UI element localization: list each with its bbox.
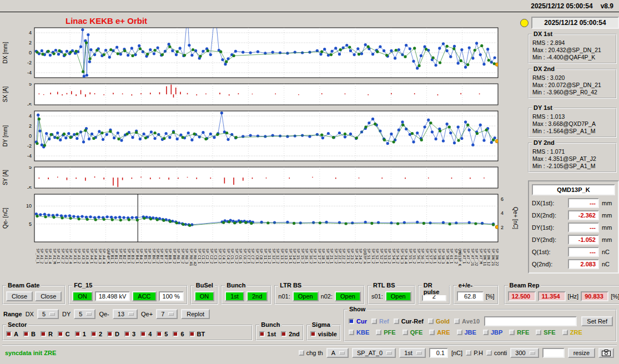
rtl-bs-open-button-1[interactable]: Open (385, 291, 411, 301)
range-qem-dropdown[interactable]: 13 (113, 309, 138, 319)
show-zre-checkbox[interactable]: ZRE (562, 329, 582, 336)
fc15-acc-button[interactable]: ACC (132, 291, 156, 301)
dr-pulse-frame: DR pulse 2 (418, 285, 450, 305)
monitor-label: SP_B5_2 (147, 249, 152, 264)
dropdown-indicator-icon (128, 312, 134, 316)
sector-checkbox-bt[interactable]: BT (189, 331, 205, 337)
ref-entry[interactable] (484, 316, 577, 326)
show-rfe-checkbox[interactable]: RFE (509, 329, 529, 336)
monitor-row-label: Q(1st): (532, 249, 565, 255)
monitor-label: SP_18_2 (325, 249, 330, 264)
bunch-checkbox-2nd[interactable]: 2nd (281, 331, 300, 337)
beam-gate-close-button-1[interactable]: Close (6, 291, 33, 301)
show-jbp-checkbox-label: JBP (491, 329, 502, 336)
sector-checkbox-b[interactable]: B (23, 331, 36, 337)
beam-gate-close-button-2[interactable]: Close (35, 291, 62, 301)
monitor-label: SP_B7_2 (164, 249, 168, 264)
threshold-input[interactable] (429, 348, 448, 358)
show-kbe-checkbox[interactable]: KBE (349, 329, 369, 336)
ltr-bs-open-button-2[interactable]: Open (335, 291, 361, 301)
bunch-legend: Bunch (225, 282, 247, 289)
stat-box-title: DX 2nd (532, 65, 556, 72)
bunch-1st-button[interactable]: 1st (225, 291, 244, 301)
monitor-label: SP_B4_1 (135, 249, 139, 264)
monitor-label: SP_B8_2 (172, 249, 177, 264)
sector-checkbox-c[interactable]: C (58, 331, 70, 337)
monitor-label: QXD7P_A (363, 249, 367, 264)
show-ref-checkbox[interactable]: Ref (371, 318, 389, 325)
show-gold-checkbox[interactable]: Gold (428, 318, 450, 325)
sector-checkbox-1[interactable]: 1 (75, 331, 86, 337)
conti-checkbox[interactable]: conti (486, 350, 507, 356)
range-qep-dropdown[interactable]: 7 (156, 309, 178, 319)
show-ref-checkbox-label: Ref (379, 318, 389, 325)
monitor-row-unit: mm (602, 224, 615, 231)
sector-checkbox-5-indicator (157, 331, 162, 337)
titlebar: 2025/12/12 05:00:54 v8.9 (0, 0, 619, 12)
show-ave10-checkbox[interactable]: Ave10 (454, 318, 480, 325)
sector-checkbox-d[interactable]: D (107, 331, 119, 337)
busel-frame: BuSel ON (190, 285, 219, 305)
monitor-label: SP_C3_1 (213, 249, 218, 264)
epe-frame: e+/e- 62.8 [%] (453, 285, 499, 305)
monitor-label: SP_24_1 (354, 249, 359, 264)
monitor-label: SP_C3_2 (218, 249, 222, 264)
busel-on-button[interactable]: ON (194, 291, 215, 301)
show-jbe-checkbox[interactable]: JBE (457, 329, 476, 336)
sector-checkbox-5[interactable]: 5 (157, 331, 168, 337)
monitor-select-dropdown[interactable]: SP_AT_0 (352, 348, 396, 358)
resize-button[interactable]: resize (568, 348, 595, 358)
bunch-checkbox-1st[interactable]: 1st (259, 331, 276, 337)
sector-frame: Sector ABRC12D3456BT (2, 325, 253, 341)
threshold-unit: [nC] (451, 350, 462, 356)
show-cur-ref-checkbox[interactable]: Cur-Ref (394, 318, 424, 325)
show-jbp-checkbox[interactable]: JBP (483, 329, 502, 336)
sector-checkbox-r[interactable]: R (41, 331, 53, 337)
stat-rms: RMS : 1.071 (532, 148, 613, 155)
show-kbe-checkbox-label: KBE (356, 329, 369, 336)
bunch-select-dropdown[interactable]: 1st (399, 348, 426, 358)
dropdown-indicator-icon (168, 312, 174, 316)
sector-checkbox-2[interactable]: 2 (91, 331, 102, 337)
sector-checkbox-3[interactable]: 3 (124, 331, 135, 337)
range-dx-dropdown[interactable]: 5 (37, 309, 59, 319)
sector-checkbox-a[interactable]: A (6, 331, 18, 337)
chg-th-checkbox[interactable]: chg th (299, 350, 323, 356)
replot-button[interactable]: Replot (181, 309, 210, 319)
set-ref-button[interactable]: Set Ref (581, 316, 613, 326)
ltr-bs-open-button-1[interactable]: Open (293, 291, 319, 301)
monitor-label: SP_C2_1 (205, 249, 209, 264)
snapshot-button[interactable] (598, 348, 614, 358)
interval-dropdown[interactable]: 300 (510, 348, 539, 358)
show-qfe-checkbox[interactable]: QFE (402, 329, 423, 336)
sector-checkbox-2-label: 2 (99, 331, 102, 337)
show-cur-checkbox[interactable]: Cur (349, 318, 367, 325)
sector-checkbox-4[interactable]: 4 (140, 331, 152, 337)
camera-icon (602, 350, 611, 356)
show-pfe-checkbox[interactable]: PFE (376, 329, 395, 336)
monitor-label: SP_16_1 (304, 249, 309, 264)
aux-entry[interactable] (542, 348, 565, 358)
sector-select-dropdown[interactable]: A (326, 348, 349, 358)
monitor-label: SP_11_1 (263, 249, 268, 264)
beam-rep-pct-unit: [%] (611, 293, 619, 300)
show-cur-checkbox-indicator (349, 318, 354, 324)
ltr-bs-label-2: n02: (321, 293, 333, 300)
beam-rep-frame: Beam Rep 12.500 11.354 [Hz] 90.833 [%] (504, 285, 619, 305)
sigma-visible-checkbox[interactable]: visible (310, 331, 337, 337)
range-dy-dropdown[interactable]: 5 (74, 309, 95, 319)
sector-checkbox-6[interactable]: 6 (173, 331, 184, 337)
sector-checkbox-c-indicator (58, 331, 63, 337)
titlebar-version: v8.9 (601, 2, 613, 10)
monitor-label: SP_53_1 (383, 249, 387, 264)
bunch-2nd-button[interactable]: 2nd (246, 291, 268, 301)
monitor-row-value: -2.362 (568, 210, 599, 220)
ph-checkbox[interactable]: P.H (466, 350, 483, 356)
monitor-label: SP_12_1 (271, 249, 276, 264)
svg-text:Qe- [nC]: Qe- [nC] (2, 208, 8, 229)
show-sfe-checkbox[interactable]: SFE (536, 329, 555, 336)
fc15-on-button[interactable]: ON (72, 291, 93, 301)
show-are-checkbox[interactable]: ARE (429, 329, 450, 336)
monitor-label: SP_23_2 (350, 249, 354, 264)
stat-min: Min : -1.564@SP_A1_M (532, 128, 613, 135)
